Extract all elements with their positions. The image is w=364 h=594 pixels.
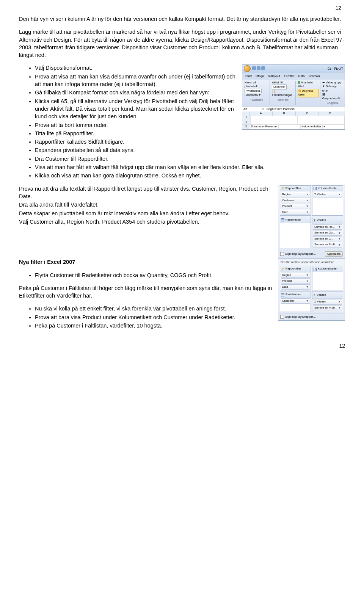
value-pivot-name: Pivottabell1: [245, 89, 262, 94]
bullet-item: Peka på Customer i Fältlistan, värdefilt…: [35, 322, 345, 329]
pill-product: Product▼: [281, 278, 310, 284]
group-gruppera: Gruppera: [322, 100, 342, 105]
tab-sidlayout: Sidlayout: [267, 74, 281, 78]
column-headers: ABCD: [242, 111, 345, 116]
value-active-field: Customer: [272, 85, 287, 89]
sigma-icon: Σ: [314, 218, 315, 223]
pill-sigma-values: Σ Värden▼: [313, 299, 342, 305]
rows-icon: [281, 218, 284, 221]
header-kolumnetiketter: Kolumnetiketter: [318, 187, 337, 191]
pill-region: Region▼: [281, 192, 310, 197]
pill-sum-profit: Summa av Profit▼: [313, 305, 342, 311]
row-3: 3Summa av RevenueKolumnetiketter▾: [242, 125, 345, 129]
office-orb-icon: [244, 65, 251, 72]
opt-group-field: Grupperingsfä: [322, 97, 340, 100]
filter-icon: [281, 187, 284, 190]
btn-alternativ: Alternativ: [246, 93, 258, 97]
pill-customer: Customer▼: [281, 298, 310, 304]
label-active-field: Aktivt fält:: [272, 81, 294, 85]
window-title: 01 - PivotT: [328, 67, 343, 71]
collapse-icon: [298, 89, 301, 92]
rows-icon: [281, 293, 284, 296]
pane2-header: Dra fält mellan nedanstående områden:: [278, 259, 345, 266]
sigma-icon: Σ: [314, 293, 315, 298]
tab-formler: Formler: [283, 74, 295, 78]
header-varden: Värden: [317, 218, 326, 223]
columns-icon: [314, 268, 317, 271]
header-radetiketter: Radetiketter: [286, 293, 301, 297]
bullet-item: Klicka och visa att man kan göra dialogr…: [35, 172, 345, 179]
pill-product: Product▼: [281, 204, 310, 209]
expand-icon: [298, 81, 300, 84]
opt-ungroup: Dela upp grup: [322, 85, 337, 92]
label-defer-update: Skjut upp layoutuppda...: [285, 252, 315, 255]
pill-sum-re: Summa av Re...▼: [313, 224, 342, 230]
tab-granska: Granska: [308, 74, 321, 78]
pivot-field-pane-2: Dra fält mellan nedanstående områden: Ra…: [278, 258, 345, 321]
header-rapportfilter: Rapportfilter: [286, 187, 301, 191]
pivot-field-pane-1: Rapportfilter Region▼ Customer▼ Product▼…: [278, 185, 345, 259]
header-varden: Värden: [317, 293, 326, 297]
paragraph-intro-1: Den här vyn vi ser i kolumn A är ny för …: [19, 15, 345, 23]
pill-region: Region▼: [281, 273, 310, 278]
tab-data: Data: [298, 74, 306, 78]
ribbon-tabs: Start Infoga Sidlayout Formler Data Gran…: [242, 73, 345, 79]
pill-customer: Customer▼: [281, 198, 310, 204]
filter-icon: [281, 268, 284, 271]
header-kolumnetiketter: Kolumnetiketter: [318, 267, 337, 271]
pill-date: Date▼: [281, 284, 310, 290]
checkbox-defer: [280, 315, 284, 319]
bullet-item: Rapportfilter kallades Sidfält tidigare.: [35, 138, 345, 146]
columns-icon: [314, 187, 317, 190]
bullet-item: Expandera pivottabellen så all data syns…: [35, 146, 345, 154]
group-pivottabell: Pivottabell: [245, 97, 268, 102]
label-defer-update: Skjut upp layoutuppda...: [285, 315, 315, 318]
btn-uppdatera: Uppdatera: [325, 251, 343, 257]
bullet-item: Titta lite på Rapportfilter.: [35, 130, 345, 137]
header-radetiketter: Radetiketter: [286, 218, 301, 222]
pill-date: Date▼: [281, 210, 310, 215]
bullet-item: Dra Customer till Rapportfilter.: [35, 155, 345, 163]
btn-field-settings: Fältinställningar: [272, 93, 292, 97]
bullet-item: Visa att man har fått ett valbart fält h…: [35, 163, 345, 171]
formula-bar: Bright Paint Partners: [265, 107, 345, 111]
opt-group-selection: Val av grupp: [326, 81, 342, 84]
quick-access-toolbar: [252, 66, 266, 72]
tab-infoga: Infoga: [255, 74, 265, 78]
header-rapportfilter: Rapportfilter: [286, 267, 301, 271]
group-active-field: Aktivt fält: [272, 97, 294, 102]
pill-sum-qu: Summa av Qu...▼: [313, 230, 342, 236]
page-number-top: 12: [335, 5, 341, 12]
label-pivot-name: Namn på pivottabell:: [245, 81, 268, 89]
pill-sigma-values: Σ Värden▼: [313, 192, 342, 197]
excel-ribbon-screenshot: 01 - PivotT Start Infoga Sidlayout Forml…: [242, 64, 345, 129]
paragraph-intro-2: Lägg märke till att när pivottabellen är…: [19, 28, 345, 59]
checkbox-defer: [280, 252, 284, 256]
pill-sum-c: Summa av C...▼: [313, 236, 342, 242]
page-number-bottom: 12: [19, 342, 345, 350]
fx-icon: fx: [260, 107, 265, 111]
pill-sum-profit: Summa av Profit▼: [313, 242, 342, 248]
name-box: A5: [242, 107, 260, 111]
tab-start: Start: [245, 74, 253, 78]
